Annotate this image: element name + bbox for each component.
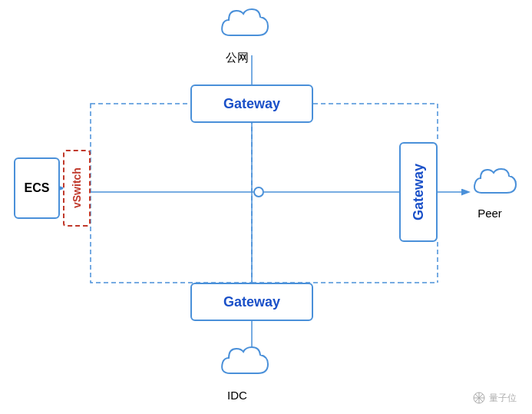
svg-rect-7: [91, 104, 252, 283]
peer-cloud: Peer: [459, 165, 520, 220]
gateway-top: Gateway: [190, 84, 313, 123]
idc-cloud-icon: [203, 344, 272, 387]
diagram: 公网 IDC Peer Gateway Gateway Gateway ECS …: [0, 0, 532, 414]
public-cloud: 公网: [203, 6, 272, 65]
gateway-bottom: Gateway: [190, 283, 313, 321]
center-node: [253, 187, 264, 197]
idc-cloud: IDC: [203, 344, 272, 402]
gateway-right: Gateway: [399, 142, 438, 242]
vswitch-box: vSwitch: [63, 150, 91, 227]
idc-cloud-label: IDC: [227, 389, 247, 402]
public-cloud-label: 公网: [226, 51, 249, 65]
ecs-box: ECS: [14, 157, 60, 219]
peer-cloud-icon: [459, 165, 520, 205]
watermark-icon: [472, 391, 486, 405]
public-cloud-icon: [203, 6, 272, 49]
peer-cloud-label: Peer: [477, 207, 502, 220]
watermark: 量子位: [472, 391, 517, 405]
